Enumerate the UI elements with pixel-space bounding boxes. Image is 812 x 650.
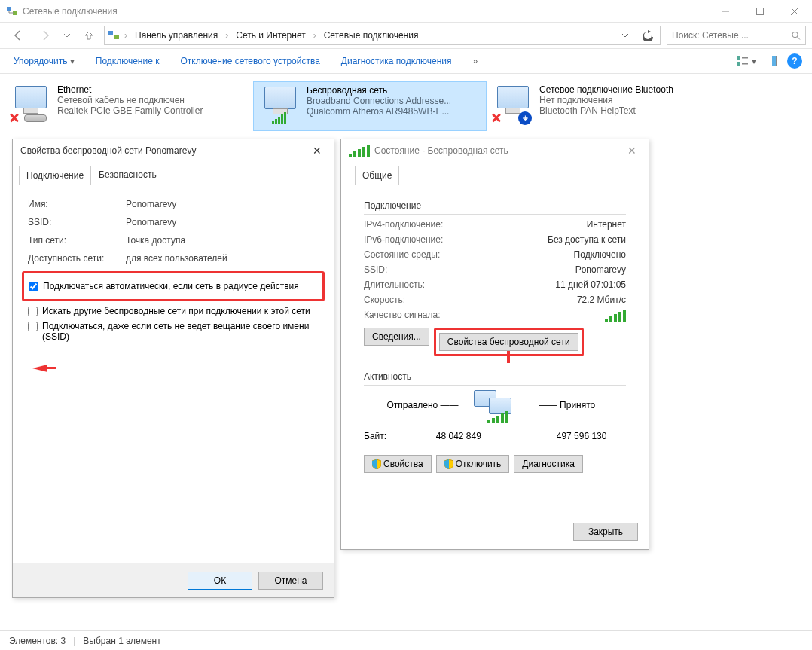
label-availability: Доступность сети: [28, 253, 126, 264]
tab-security[interactable]: Безопасность [91, 165, 164, 185]
tab-general[interactable]: Общие [355, 166, 399, 185]
disable-button[interactable]: Отключить [436, 455, 510, 473]
conn-device: Realtek PCIe GBE Family Controller [57, 105, 250, 116]
tabs: Общие [355, 165, 635, 185]
conn-status: Broadband Connections Addresse... [307, 96, 483, 106]
diagnose-button[interactable]: Диагностика [514, 455, 583, 473]
details-button[interactable]: Сведения... [364, 328, 429, 346]
value-availability: для всех пользователей [126, 253, 227, 264]
media-label: Состояние среды: [364, 249, 440, 260]
connections-list: Ethernet Сетевой кабель не подключен Rea… [0, 74, 812, 139]
view-change-button[interactable]: ▾ [735, 51, 758, 71]
breadcrumb-1[interactable]: Панель управления [132, 29, 221, 42]
ipv6-label: IPv6-подключение: [364, 234, 443, 245]
dialog-close-button[interactable]: ✕ [623, 145, 641, 157]
bluetooth-icon: ⌖ [518, 111, 532, 125]
bytes-received: 497 596 130 [537, 431, 626, 441]
netconn-icon [108, 29, 120, 41]
value-nettype: Точка доступа [126, 235, 185, 246]
search-box[interactable] [667, 26, 806, 45]
status-selected: Выбран 1 элемент [83, 636, 160, 646]
conn-status: Сетевой кабель не подключен [57, 95, 250, 105]
signal-bars-icon [605, 310, 626, 322]
close-button[interactable] [777, 0, 812, 23]
svg-rect-13 [742, 63, 748, 65]
dialog-footer: Закрыть [341, 514, 649, 549]
svg-rect-10 [737, 56, 740, 60]
maximize-button[interactable] [743, 0, 777, 23]
connection-bluetooth[interactable]: ⌖ Сетевое подключение Bluetooth Нет подк… [487, 81, 735, 131]
dialog-close-button[interactable]: ✕ [308, 145, 326, 157]
help-button[interactable]: ? [783, 51, 806, 71]
forward-button[interactable] [33, 25, 57, 46]
value-name: Ponomarevy [126, 199, 176, 209]
search-input[interactable] [672, 30, 791, 41]
window-titlebar: Сетевые подключения [0, 0, 812, 23]
wireless-status-dialog: Состояние - Беспроводная сеть ✕ Общие По… [340, 139, 649, 550]
svg-rect-6 [108, 31, 113, 35]
disconnected-icon [9, 113, 20, 124]
svg-rect-15 [772, 56, 776, 66]
signal-icon [272, 112, 286, 124]
checkbox-lookother[interactable] [28, 307, 38, 316]
svg-point-8 [792, 32, 798, 37]
checkbox-lookother-label: Искать другие беспроводные сети при подк… [42, 306, 310, 316]
checkbox-autoconnect[interactable] [29, 282, 38, 291]
duration-value: 11 дней 07:01:05 [555, 279, 626, 290]
received-label: Принято [560, 400, 595, 410]
media-value: Подключено [574, 249, 626, 260]
bytes-sent: 48 042 849 [414, 431, 503, 441]
disconnected-icon [491, 113, 502, 124]
disable-device-button[interactable]: Отключение сетевого устройства [172, 51, 327, 71]
checkbox-hidden-label: Подключаться, даже если сеть не ведет ве… [42, 321, 319, 342]
address-dropdown[interactable] [616, 26, 634, 44]
ssid-value: Ponomarevy [575, 264, 626, 275]
sent-label: Отправлено [386, 400, 438, 410]
window-title: Сетевые подключения [23, 6, 708, 17]
organize-menu[interactable]: Упорядочить ▾ [6, 51, 82, 71]
connection-ethernet[interactable]: Ethernet Сетевой кабель не подключен Rea… [5, 81, 253, 131]
address-bar[interactable]: › Панель управления › Сеть и Интернет › … [104, 26, 661, 45]
diagnose-button[interactable]: Диагностика подключения [334, 51, 459, 71]
signal-label: Качество сигнала: [364, 310, 440, 322]
label-name: Имя: [28, 199, 126, 209]
svg-rect-3 [757, 8, 764, 14]
refresh-button[interactable] [639, 26, 657, 44]
breadcrumb-3[interactable]: Сетевые подключения [321, 29, 422, 42]
ipv6-value: Без доступа к сети [548, 234, 626, 245]
cancel-button[interactable]: Отмена [258, 572, 323, 590]
group-activity-label: Активность [364, 371, 626, 382]
status-element-count: Элементов: 3 [9, 636, 66, 646]
svg-rect-12 [737, 62, 740, 66]
dialog-header: Состояние - Беспроводная сеть ✕ [341, 139, 649, 162]
conn-title: Беспроводная сеть [307, 85, 483, 96]
checkbox-hidden[interactable] [28, 322, 38, 331]
connection-wireless[interactable]: Беспроводная сеть Broadband Connections … [253, 81, 487, 131]
svg-rect-0 [7, 7, 11, 11]
duration-label: Длительность: [364, 279, 425, 290]
tabs: Подключение Безопасность [19, 165, 328, 185]
minimize-button[interactable] [708, 0, 743, 23]
properties-button[interactable]: Свойства [364, 455, 432, 473]
activity-icon [474, 390, 516, 420]
highlight-wlanprops: Свойства беспроводной сети [434, 328, 584, 356]
address-row: › Панель управления › Сеть и Интернет › … [0, 23, 812, 48]
svg-rect-7 [114, 35, 119, 39]
preview-pane-button[interactable] [759, 51, 782, 71]
group-connection-label: Подключение [364, 200, 626, 211]
wireless-properties-button[interactable]: Свойства беспроводной сети [439, 333, 578, 351]
bytes-label: Байт: [364, 431, 408, 441]
back-button[interactable] [6, 25, 30, 46]
toolbar-more[interactable]: » [466, 51, 486, 71]
connect-to-button[interactable]: Подключение к [88, 51, 167, 71]
svg-line-9 [797, 37, 800, 40]
breadcrumb-2[interactable]: Сеть и Интернет [233, 29, 308, 42]
tab-connection[interactable]: Подключение [19, 166, 91, 185]
ok-button[interactable]: ОК [188, 572, 252, 590]
svg-rect-11 [742, 57, 748, 59]
up-button[interactable] [77, 25, 101, 46]
conn-device: Bluetooth PAN HelpText [539, 105, 732, 116]
close-dialog-button[interactable]: Закрыть [573, 523, 638, 541]
label-ssid: SSID: [28, 217, 126, 227]
recent-dropdown[interactable] [60, 25, 74, 46]
